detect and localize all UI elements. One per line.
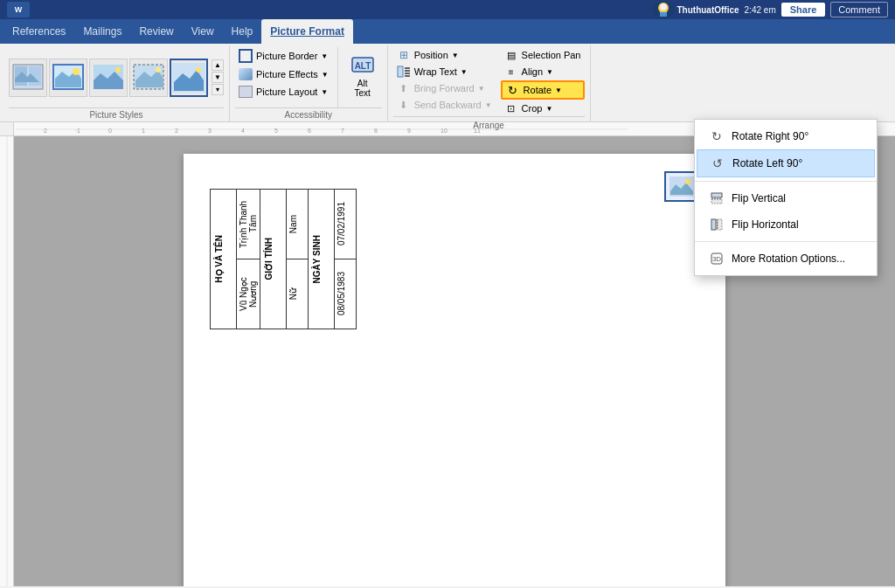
picture-layout-button[interactable]: Picture Layout ▼ <box>235 84 332 100</box>
svg-text:·1: ·1 <box>75 128 80 134</box>
cell-date-1: 07/02/1991 <box>335 198 348 249</box>
comment-button[interactable]: Comment <box>830 2 888 17</box>
svg-text:7: 7 <box>341 128 344 134</box>
arrange-group-label: Arrange <box>473 121 504 130</box>
more-rotation-options-item[interactable]: 3D More Rotation Options... <box>695 246 877 272</box>
picture-effects-icon <box>239 68 253 80</box>
cell-vu-ngoc-nuong: Vũ Ngọc Nương <box>237 259 260 329</box>
svg-point-1 <box>660 3 667 10</box>
svg-text:8: 8 <box>374 128 378 134</box>
svg-text:0: 0 <box>108 128 112 134</box>
style-scroll-up[interactable]: ▲ <box>212 59 224 71</box>
tab-review[interactable]: Review <box>130 19 182 44</box>
cell-nu: Nữ <box>287 285 300 303</box>
flip-vertical-icon <box>709 190 725 206</box>
cell-date-2: 08/05/1983 <box>335 268 348 319</box>
alt-text-button[interactable]: ALT Alt Text <box>343 47 382 101</box>
cell-nam: Nam <box>287 211 300 237</box>
rotate-right-item[interactable]: ↻ Rotate Right 90° <box>695 123 877 149</box>
style-thumb-3[interactable] <box>89 59 128 97</box>
tto-brand: ThuthuatOffice <box>676 5 739 15</box>
alt-text-label: Alt Text <box>354 79 370 98</box>
flip-horizontal-item[interactable]: Flip Horizontal <box>695 211 877 238</box>
more-rotation-icon: 3D <box>709 251 725 266</box>
svg-point-7 <box>73 68 80 75</box>
svg-text:5: 5 <box>274 128 278 134</box>
top-right-area: ThuthuatOffice 2:42 em Share Comment <box>653 1 888 18</box>
svg-rect-26 <box>718 219 722 230</box>
share-button[interactable]: Share <box>781 3 826 17</box>
flip-horizontal-label: Flip Horizontal <box>732 218 799 231</box>
rotate-button[interactable]: ↻ Rotate ▼ <box>501 80 585 100</box>
picture-layout-icon <box>239 86 253 98</box>
send-backward-button[interactable]: ⬇ Send Backward ▼ <box>393 97 496 113</box>
tab-view[interactable]: View <box>183 19 223 44</box>
svg-rect-21 <box>711 193 722 197</box>
flip-vertical-label: Flip Vertical <box>732 192 786 204</box>
svg-text:2: 2 <box>175 128 178 134</box>
format-group: Picture Border ▼ Picture Effects ▼ Pictu… <box>230 45 388 121</box>
svg-text:ALT: ALT <box>354 61 371 71</box>
header-ngay-sinh: NGÀY SINH <box>309 230 325 288</box>
send-backward-icon: ⬇ <box>397 99 411 111</box>
svg-text:6: 6 <box>308 128 311 134</box>
tto-logo: ThuthuatOffice <box>653 1 739 18</box>
cell-trinh-thanh-tam: Trịnh Thanh Tâm <box>237 190 260 259</box>
svg-text:3D: 3D <box>712 255 721 263</box>
position-button[interactable]: ⊞ Position ▼ <box>393 47 496 63</box>
tab-references[interactable]: References <box>3 19 74 44</box>
align-icon: ≡ <box>504 66 518 78</box>
wrap-text-button[interactable]: Wrap Text ▼ <box>393 64 496 80</box>
style-scroll-down[interactable]: ▼ <box>212 72 224 83</box>
wrap-text-icon <box>397 66 411 78</box>
svg-point-46 <box>685 179 690 184</box>
picture-border-icon <box>239 49 253 63</box>
bring-forward-icon: ⬆ <box>397 82 411 94</box>
svg-rect-24 <box>711 219 716 230</box>
style-scroll-more[interactable]: ▾ <box>212 84 224 95</box>
svg-point-11 <box>156 67 161 73</box>
tab-picture-format[interactable]: Picture Format <box>261 19 353 44</box>
tab-help[interactable]: Help <box>223 19 262 44</box>
more-rotation-label: More Rotation Options... <box>732 252 845 265</box>
page: HỌ VÀ TÊN Trịnh Thanh Tâm GIỚI TÍNH Nam <box>184 154 725 586</box>
svg-rect-16 <box>398 66 403 77</box>
style-thumb-4[interactable] <box>129 59 168 97</box>
picture-styles-label: Picture Styles <box>9 107 224 120</box>
picture-border-button[interactable]: Picture Border ▼ <box>235 47 332 65</box>
rotate-right-label: Rotate Right 90° <box>732 130 808 142</box>
arrange-group: ⊞ Position ▼ Wrap Text ▼ ⬆ Bring Forward… <box>388 45 591 121</box>
bring-forward-button[interactable]: ⬆ Bring Forward ▼ <box>393 80 496 96</box>
tab-mailings[interactable]: Mailings <box>74 19 130 44</box>
style-thumb-2[interactable] <box>49 59 87 97</box>
rotate-icon: ↻ <box>506 84 520 96</box>
svg-rect-23 <box>711 199 722 204</box>
time-display: 2:42 em <box>745 5 776 15</box>
header-gioi-tinh: GIỚI TÍNH <box>260 232 277 285</box>
svg-rect-2 <box>660 12 667 17</box>
rotate-left-icon: ↺ <box>710 156 725 171</box>
selection-pane-button[interactable]: ▤ Selection Pan <box>501 47 585 63</box>
style-thumb-5[interactable] <box>170 59 208 97</box>
accessibility-label: Accessibility <box>285 108 332 120</box>
selection-pane-icon: ▤ <box>504 49 518 61</box>
svg-text:3: 3 <box>208 128 212 134</box>
svg-text:4: 4 <box>241 128 245 134</box>
svg-text:1: 1 <box>142 128 145 134</box>
svg-text:·2: ·2 <box>42 128 47 134</box>
rotate-left-item[interactable]: ↺ Rotate Left 90° <box>697 149 875 177</box>
document-table: HỌ VÀ TÊN Trịnh Thanh Tâm GIỚI TÍNH Nam <box>210 189 357 329</box>
svg-point-9 <box>115 67 121 73</box>
rotate-dropdown-menu: ↻ Rotate Right 90° ↺ Rotate Left 90° Fli… <box>694 119 878 276</box>
picture-styles-group: ▲ ▼ ▾ Picture Styles <box>3 45 230 121</box>
flip-horizontal-icon <box>709 217 725 232</box>
rotate-left-label: Rotate Left 90° <box>732 157 802 169</box>
align-button[interactable]: ≡ Align ▼ <box>501 64 585 80</box>
svg-point-13 <box>196 67 201 73</box>
crop-icon: ⊡ <box>504 102 518 114</box>
style-thumb-1[interactable] <box>9 59 47 97</box>
picture-effects-button[interactable]: Picture Effects ▼ <box>235 66 332 82</box>
crop-button[interactable]: ⊡ Crop ▼ <box>501 100 585 116</box>
flip-vertical-item[interactable]: Flip Vertical <box>695 185 877 211</box>
header-ho-ten: HỌ VÀ TÊN <box>211 230 227 288</box>
